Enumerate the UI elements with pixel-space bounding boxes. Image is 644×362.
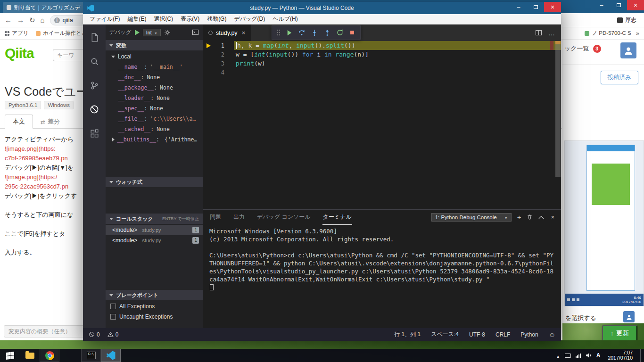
variable-row[interactable]: __builtins__ {'Arithme… bbox=[106, 134, 203, 145]
breakpoint-row[interactable]: All Exceptions bbox=[106, 301, 203, 312]
terminal-output[interactable]: Microsoft Windows [Version 6.3.9600] (c)… bbox=[203, 224, 561, 328]
variable-row[interactable]: __package__ None bbox=[106, 82, 203, 93]
posted-button[interactable]: 投稿済み bbox=[601, 71, 638, 84]
network-signal-icon[interactable] bbox=[576, 354, 581, 358]
menu-view[interactable]: 表示(V) bbox=[177, 14, 203, 24]
indentation[interactable]: スペース:4 bbox=[431, 330, 459, 338]
taskbar-chrome-button[interactable] bbox=[40, 349, 59, 362]
code-line[interactable]: 3 print(w) bbox=[203, 59, 561, 68]
stock-list-link[interactable]: ック一覧 3 bbox=[564, 44, 601, 53]
code-line[interactable]: 1 h, k = map(int, input().split()) bbox=[203, 41, 561, 50]
source-control-icon[interactable] bbox=[88, 79, 100, 91]
close-tab-icon[interactable] bbox=[242, 29, 246, 36]
tag-chip[interactable]: Python3.6.1 bbox=[5, 101, 41, 109]
error-count[interactable]: 0 bbox=[89, 331, 100, 338]
debug-config-select[interactable]: Int bbox=[143, 29, 161, 36]
maximize-panel-icon[interactable] bbox=[538, 215, 544, 219]
author-avatar[interactable] bbox=[623, 311, 635, 322]
editor-scrollbar[interactable] bbox=[555, 41, 561, 209]
encoding[interactable]: UTF-8 bbox=[469, 331, 485, 338]
debug-icon[interactable] bbox=[88, 103, 100, 115]
variable-row[interactable]: __cached__ None bbox=[106, 124, 203, 134]
split-editor-icon[interactable] bbox=[536, 30, 542, 35]
bookmark-item[interactable]: ホイール操作とど bbox=[36, 30, 87, 37]
checkbox-uncaught-exceptions[interactable] bbox=[110, 314, 116, 320]
hidden-icons-chevron[interactable] bbox=[556, 351, 560, 360]
reload-icon[interactable] bbox=[29, 16, 35, 24]
menu-go[interactable]: 移動(G) bbox=[203, 14, 230, 24]
new-terminal-icon[interactable] bbox=[517, 213, 521, 221]
scope-local[interactable]: Local bbox=[106, 51, 203, 62]
taskbar-cmd-button[interactable] bbox=[81, 349, 101, 362]
extensions-icon[interactable] bbox=[88, 127, 100, 140]
code-line[interactable]: 2 w = [int(input()) for i in range(n)] bbox=[203, 50, 561, 59]
callstack-section-header[interactable]: コールスタック ENTRY で一時停止 bbox=[106, 214, 203, 224]
menu-selection[interactable]: 選択(C) bbox=[150, 14, 177, 24]
browser-profile[interactable]: 厚志 bbox=[617, 16, 639, 24]
tab-debug-console[interactable]: デバッグ コンソール bbox=[256, 210, 311, 224]
menu-debug[interactable]: デバッグ(D) bbox=[230, 14, 269, 24]
stop-button[interactable] bbox=[349, 29, 355, 36]
tab-problems[interactable]: 問題 bbox=[209, 210, 222, 224]
variable-row[interactable]: __file__ 'c:\\Users\\a… bbox=[106, 114, 203, 124]
markdown-editor[interactable]: アクティビティバーから ![image.png](https: c7bf-269… bbox=[5, 135, 84, 257]
volume-icon[interactable] bbox=[586, 353, 592, 358]
step-over-button[interactable] bbox=[298, 29, 305, 36]
user-avatar[interactable] bbox=[620, 42, 636, 58]
tab-terminal[interactable]: ターミナル bbox=[322, 210, 352, 225]
kill-terminal-icon[interactable] bbox=[527, 214, 533, 220]
bookmark-apps[interactable]: アプリ bbox=[5, 30, 28, 37]
notification-badge[interactable]: 3 bbox=[593, 45, 601, 53]
start-button[interactable] bbox=[0, 349, 20, 362]
maximize-button[interactable] bbox=[527, 2, 544, 12]
configure-gear-icon[interactable] bbox=[164, 29, 171, 36]
step-into-button[interactable] bbox=[311, 29, 318, 36]
display-tray-icon[interactable] bbox=[565, 354, 571, 358]
taskbar-vscode-button[interactable] bbox=[101, 349, 121, 362]
variable-row[interactable]: __loader__ None bbox=[106, 93, 203, 103]
site-info-icon[interactable] bbox=[54, 17, 60, 23]
ime-mode-indicator[interactable]: A bbox=[596, 352, 601, 359]
callstack-frame[interactable]: <module> study.py 1 bbox=[106, 225, 203, 235]
show-desktop-button[interactable] bbox=[640, 349, 643, 362]
vscode-titlebar[interactable]: study.py — Python — Visual Studio Code bbox=[83, 2, 561, 14]
update-button[interactable]: 更新 bbox=[602, 325, 637, 340]
back-icon[interactable] bbox=[5, 16, 12, 24]
taskbar-clock[interactable]: 7:07 2017/07/10 bbox=[605, 350, 636, 361]
bookmarks-overflow-chevron[interactable] bbox=[636, 30, 639, 37]
continue-button[interactable] bbox=[286, 29, 293, 36]
debug-console-icon[interactable] bbox=[192, 29, 199, 35]
callstack-frame[interactable]: <module> study.py 1 bbox=[106, 235, 203, 246]
restart-button[interactable] bbox=[336, 29, 344, 36]
close-button[interactable] bbox=[627, 0, 644, 10]
tag-chip[interactable]: Windows bbox=[44, 101, 74, 109]
feedback-smiley-icon[interactable] bbox=[549, 331, 555, 338]
drag-handle-icon[interactable] bbox=[277, 29, 281, 36]
menu-file[interactable]: ファイル(F) bbox=[86, 14, 124, 24]
menu-edit[interactable]: 編集(E) bbox=[124, 14, 150, 24]
console-select[interactable]: 1: Python Debug Console bbox=[431, 213, 512, 222]
menu-help[interactable]: ヘルプ(H) bbox=[269, 14, 302, 24]
checkbox-all-exceptions[interactable] bbox=[110, 304, 116, 309]
search-icon[interactable] bbox=[88, 55, 100, 67]
code-line[interactable]: 4 bbox=[203, 68, 561, 77]
step-out-button[interactable] bbox=[323, 29, 331, 36]
editor-tab-study-py[interactable]: study.py bbox=[203, 25, 251, 41]
variables-section-header[interactable]: 変数 bbox=[106, 40, 203, 50]
tab-output[interactable]: 出力 bbox=[233, 210, 245, 224]
variable-row[interactable]: __name__ '__main__' bbox=[106, 62, 203, 72]
forward-icon[interactable] bbox=[17, 16, 24, 24]
language-mode[interactable]: Python bbox=[520, 331, 538, 338]
eol-selector[interactable]: CRLF bbox=[495, 331, 510, 338]
tab-diff[interactable]: 差分 bbox=[36, 115, 65, 128]
warning-count[interactable]: 0 bbox=[107, 331, 119, 338]
bookmark-item-right[interactable]: ノ PD-5700-C S bbox=[585, 30, 631, 37]
cursor-position[interactable]: 行 1、列 1 bbox=[394, 330, 421, 338]
minimize-button[interactable] bbox=[510, 2, 527, 12]
explorer-icon[interactable] bbox=[88, 31, 100, 43]
minimize-button[interactable] bbox=[593, 0, 610, 10]
variable-row[interactable]: __doc__ None bbox=[106, 72, 203, 82]
code-editor[interactable]: 1 h, k = map(int, input().split()) 2 w =… bbox=[203, 41, 561, 209]
breakpoints-section-header[interactable]: ブレークポイント bbox=[106, 290, 203, 300]
breakpoint-row[interactable]: Uncaught Exceptions bbox=[106, 312, 203, 322]
